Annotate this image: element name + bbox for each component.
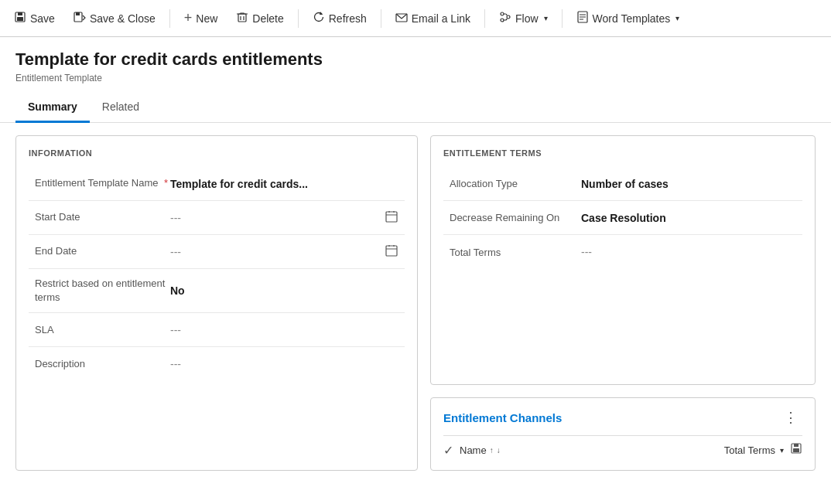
total-terms-dropdown-icon[interactable]: ▾ xyxy=(780,446,784,455)
page-subtitle: Entitlement Template xyxy=(15,73,816,83)
field-row-name: Entitlement Template Name * Template for… xyxy=(29,167,405,201)
svg-rect-2 xyxy=(17,17,23,21)
field-value-restrict[interactable]: No xyxy=(170,284,398,297)
entitlement-channels-panel: Entitlement Channels ⋮ ✓ Name ↑ ↓ Total … xyxy=(430,397,816,471)
field-row-end-date: End Date --- xyxy=(29,235,405,269)
refresh-icon xyxy=(313,11,325,26)
new-label: New xyxy=(196,12,217,25)
flow-icon xyxy=(499,11,511,26)
refresh-button[interactable]: Refresh xyxy=(305,6,374,31)
field-label-restrict: Restrict based on entitlement terms xyxy=(35,277,170,305)
svg-point-9 xyxy=(501,19,504,22)
field-row-sla: SLA --- xyxy=(29,313,405,347)
channels-save-button[interactable] xyxy=(790,442,802,458)
tab-related[interactable]: Related xyxy=(90,93,152,123)
flow-label: Flow xyxy=(515,12,539,25)
field-label-end-date: End Date xyxy=(35,244,170,258)
field-value-start-date[interactable]: --- xyxy=(170,212,385,224)
right-panels: ENTITLEMENT TERMS Allocation Type Number… xyxy=(430,135,816,471)
separator-5 xyxy=(562,9,563,28)
page-header: Template for credit cards entitlements E… xyxy=(0,37,831,83)
content-area: INFORMATION Entitlement Template Name * … xyxy=(0,123,831,483)
svg-rect-11 xyxy=(386,212,397,222)
save-label: Save xyxy=(30,12,55,25)
channel-col-total: Total Terms ▾ xyxy=(724,444,784,456)
save-icon xyxy=(14,11,26,26)
tab-bar: Summary Related xyxy=(0,93,831,123)
save-close-icon xyxy=(74,11,86,26)
separator-4 xyxy=(484,9,485,28)
channel-col-name: Name ↑ ↓ xyxy=(460,444,724,456)
channels-table-header: ✓ Name ↑ ↓ Total Terms ▾ xyxy=(443,435,802,461)
toolbar: Save Save & Close + New Delete Refresh E… xyxy=(0,0,831,37)
save-button[interactable]: Save xyxy=(6,6,63,31)
new-icon: + xyxy=(184,10,193,26)
field-label-sla: SLA xyxy=(35,323,170,337)
svg-rect-1 xyxy=(18,12,22,15)
new-button[interactable]: + New xyxy=(176,5,226,31)
information-panel: INFORMATION Entitlement Template Name * … xyxy=(15,135,418,471)
separator-3 xyxy=(381,9,381,28)
name-sort-desc-icon[interactable]: ↓ xyxy=(497,446,501,455)
et-row-decrease: Decrease Remaining On Case Resolution xyxy=(443,201,802,235)
information-section-title: INFORMATION xyxy=(29,148,405,158)
required-indicator: * xyxy=(164,177,168,189)
svg-rect-5 xyxy=(238,14,246,22)
start-date-calendar-icon[interactable] xyxy=(385,209,398,226)
field-value-name[interactable]: Template for credit cards... xyxy=(170,178,398,190)
delete-label: Delete xyxy=(252,12,283,25)
channel-name-label: Name xyxy=(460,444,487,456)
word-templates-dropdown-arrow: ▾ xyxy=(675,14,679,22)
et-value-total-terms[interactable]: --- xyxy=(581,246,592,258)
field-label-name: Entitlement Template Name * xyxy=(35,176,170,190)
field-label-start-date: Start Date xyxy=(35,210,170,224)
total-terms-label: Total Terms xyxy=(724,444,775,456)
word-templates-label: Word Templates xyxy=(593,12,671,25)
svg-rect-15 xyxy=(793,448,799,452)
flow-dropdown-arrow: ▾ xyxy=(544,14,548,22)
channels-header: Entitlement Channels ⋮ xyxy=(443,407,802,427)
field-value-sla[interactable]: --- xyxy=(170,324,398,336)
delete-icon xyxy=(236,11,248,26)
email-link-button[interactable]: Email a Link xyxy=(388,6,478,31)
tab-summary[interactable]: Summary xyxy=(15,93,90,123)
delete-button[interactable]: Delete xyxy=(228,6,291,31)
field-value-end-date[interactable]: --- xyxy=(170,246,385,258)
page-title: Template for credit cards entitlements xyxy=(15,49,816,70)
field-row-description: Description --- xyxy=(29,347,405,381)
svg-point-7 xyxy=(501,12,504,15)
email-label: Email a Link xyxy=(412,12,470,25)
et-value-decrease[interactable]: Case Resolution xyxy=(581,212,666,224)
channel-check-icon: ✓ xyxy=(443,443,453,458)
word-templates-button[interactable]: Word Templates ▾ xyxy=(569,6,688,31)
svg-point-8 xyxy=(507,15,510,19)
refresh-label: Refresh xyxy=(329,12,367,25)
channels-title: Entitlement Channels xyxy=(443,411,562,424)
et-label-total-terms: Total Terms xyxy=(450,247,581,258)
entitlement-terms-title: ENTITLEMENT TERMS xyxy=(443,148,802,158)
email-icon xyxy=(395,11,408,26)
save-close-label: Save & Close xyxy=(90,12,156,25)
flow-button[interactable]: Flow ▾ xyxy=(491,6,556,31)
svg-rect-14 xyxy=(794,444,799,447)
entitlement-terms-panel: ENTITLEMENT TERMS Allocation Type Number… xyxy=(430,135,816,385)
separator-2 xyxy=(298,9,299,28)
field-value-description[interactable]: --- xyxy=(170,358,398,370)
end-date-calendar-icon[interactable] xyxy=(385,243,398,261)
field-label-description: Description xyxy=(35,357,170,371)
et-label-decrease: Decrease Remaining On xyxy=(450,212,581,223)
save-close-button[interactable]: Save & Close xyxy=(66,6,163,31)
svg-rect-4 xyxy=(76,12,80,15)
word-templates-icon xyxy=(576,11,589,26)
et-row-total-terms: Total Terms --- xyxy=(443,235,802,269)
svg-rect-12 xyxy=(386,246,397,256)
et-label-allocation: Allocation Type xyxy=(450,178,581,189)
name-sort-asc-icon[interactable]: ↑ xyxy=(490,446,494,455)
et-row-allocation: Allocation Type Number of cases xyxy=(443,167,802,201)
et-value-allocation[interactable]: Number of cases xyxy=(581,178,669,190)
channels-menu-button[interactable]: ⋮ xyxy=(779,407,802,427)
separator-1 xyxy=(169,9,170,28)
field-row-restrict: Restrict based on entitlement terms No xyxy=(29,269,405,313)
field-row-start-date: Start Date --- xyxy=(29,201,405,235)
